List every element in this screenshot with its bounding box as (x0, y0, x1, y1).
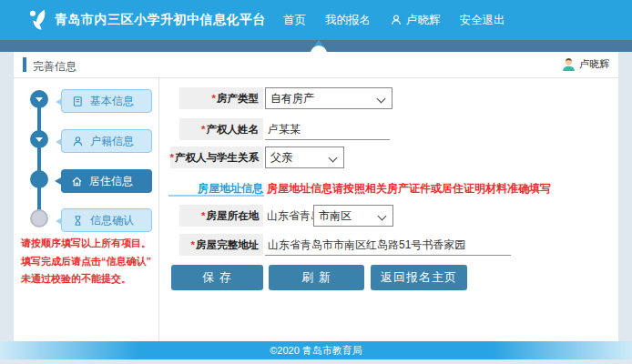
owner-name-value: 卢某某 (268, 123, 301, 136)
relation-select[interactable]: 父亲 (265, 147, 344, 168)
property-type-label: *房产类型 (179, 87, 263, 109)
avatar (561, 56, 576, 72)
platform-title: 青岛市内三区小学升初中信息化平台 (55, 12, 266, 28)
full-address-label: *房屋完整地址 (179, 234, 263, 256)
sidebar-item-info-confirm[interactable]: 信息确认 (61, 208, 152, 232)
house-icon (71, 176, 83, 187)
sidebar-item-basic-info[interactable]: 基本信息 (61, 89, 152, 113)
property-type-select[interactable]: 自有房产 (265, 87, 392, 109)
copyright-text: ©2020 青岛市教育局 (270, 345, 362, 356)
required-mark: * (170, 152, 174, 163)
main-nav: 首页 我的报名 卢晓辉 安全退出 (283, 13, 525, 28)
step-connector-line (37, 99, 41, 218)
required-mark: * (191, 239, 195, 250)
save-button[interactable]: 保 存 (171, 265, 263, 290)
platform-logo-icon (27, 8, 48, 33)
sidebar-item-label: 基本信息 (90, 94, 134, 109)
full-address-value: 山东省青岛市市南区红岛路51号书香家园 (268, 238, 465, 251)
content-card: 完善信息 卢晓辉 基本信息 (14, 52, 618, 341)
page: 青岛市内三区小学升初中信息化平台 首页 我的报名 卢晓辉 安全退出 完善信息 (0, 0, 632, 364)
relation-label: *产权人与学生关系 (170, 147, 263, 168)
title-accent-bar (23, 57, 26, 72)
nav-username: 卢晓辉 (406, 13, 441, 28)
required-mark: * (201, 124, 205, 135)
step-circle-basic-done (30, 90, 48, 108)
nav-logout[interactable]: 安全退出 (460, 13, 505, 28)
required-mark: * (201, 210, 205, 221)
nav-user[interactable]: 卢晓辉 (390, 13, 441, 28)
house-district-value: 市南区 (319, 209, 352, 222)
current-user-name: 卢晓辉 (579, 57, 609, 71)
current-user: 卢晓辉 (561, 56, 609, 72)
sidebar-item-household-info[interactable]: 户籍信息 (61, 129, 152, 153)
owner-name-input[interactable]: 卢某某 (265, 118, 390, 140)
address-section-underline (168, 195, 264, 197)
page-titlebar: 完善信息 卢晓辉 (14, 52, 618, 78)
refresh-button[interactable]: 刷 新 (269, 265, 364, 290)
page-title: 完善信息 (33, 59, 76, 75)
step-circle-confirm-pending (30, 209, 48, 228)
sidebar-item-label: 居住信息 (89, 174, 133, 189)
instruction-line: 未通过校验的不能提交。 (21, 270, 158, 288)
nav-home[interactable]: 首页 (283, 13, 306, 28)
address-section-note: 房屋地址信息请按照相关房产证件或居住证明材料准确填写 (267, 181, 551, 197)
relation-value: 父亲 (270, 151, 292, 164)
owner-name-label: *产权人姓名 (179, 118, 263, 140)
instruction-line: 请按顺序填写以上所有项目。 (21, 235, 158, 253)
full-address-input[interactable]: 山东省青岛市市南区红岛路51号书香家园 (265, 234, 511, 256)
property-type-value: 自有房产 (270, 92, 314, 105)
document-icon (72, 96, 84, 107)
person-icon (72, 136, 84, 147)
house-district-select[interactable]: 市南区 (313, 205, 393, 227)
step-circle-residence-active (30, 170, 48, 188)
page-footer: ©2020 青岛市教育局 (0, 341, 632, 359)
step-circle-household-done (30, 130, 48, 148)
sidebar-item-label: 户籍信息 (90, 134, 134, 149)
required-mark: * (212, 93, 216, 104)
sidebar-item-label: 信息确认 (90, 213, 134, 228)
sidebar-instructions: 请按顺序填写以上所有项目。 填写完成后请点击“信息确认” 未通过校验的不能提交。 (21, 235, 158, 288)
app-header: 青岛市内三区小学升初中信息化平台 首页 我的报名 卢晓辉 安全退出 (0, 0, 632, 40)
nav-my-registration[interactable]: 我的报名 (325, 13, 371, 28)
house-location-label: *房屋所在地 (179, 205, 263, 227)
step-sidebar: 基本信息 户籍信息 居住信息 (14, 78, 159, 341)
instruction-line: 填写完成后请点击“信息确认” (21, 253, 158, 271)
hourglass-icon (72, 215, 84, 227)
residence-form: *房产类型 自有房产 *产权人姓名 卢某某 *产权人与学生关系 父亲 房屋地址信… (160, 78, 618, 341)
back-to-home-button[interactable]: 返回报名主页 (371, 265, 467, 290)
sidebar-item-residence-info[interactable]: 居住信息 (61, 169, 152, 193)
user-outline-icon (390, 14, 403, 26)
